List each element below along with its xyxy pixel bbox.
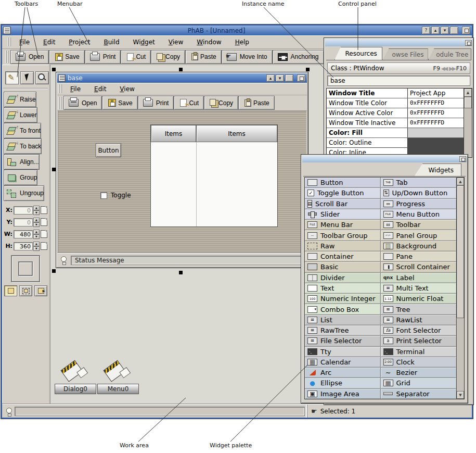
main-toolbar-button-save[interactable]: Save xyxy=(49,50,84,64)
base-menubar-grip[interactable] xyxy=(59,84,62,93)
help-button[interactable]: ? xyxy=(422,27,430,34)
tab-odule-tree[interactable]: odule Tree xyxy=(428,48,471,60)
main-toolbar-button-copy[interactable]: Copy xyxy=(151,50,185,64)
palette-item-button[interactable]: Button xyxy=(305,178,381,187)
spinner-up-icon[interactable]: ▲ xyxy=(33,218,40,222)
palette-item-numeric-integer[interactable]: 100Numeric Integer xyxy=(305,294,381,304)
palette-item-toolbar-group[interactable]: —Toolbar Group xyxy=(305,230,381,240)
widget-palette-titlebar[interactable] xyxy=(302,156,467,162)
spinner-up-icon[interactable]: ▲ xyxy=(33,242,40,246)
palette-item-tree[interactable]: ≡Tree xyxy=(381,304,457,314)
designed-toggle-widget[interactable]: Toggle xyxy=(100,192,131,199)
arrange-button-group[interactable]: Group xyxy=(4,170,37,185)
palette-item-ellipse[interactable]: ●Ellipse xyxy=(305,378,381,388)
tab-resources[interactable]: Resources xyxy=(335,47,382,60)
main-menu-view[interactable]: View xyxy=(162,37,190,47)
palette-item-tty[interactable]: ›_Tty xyxy=(305,347,381,357)
selection-handle[interactable] xyxy=(179,68,183,71)
spinner-down-icon[interactable]: ▼ xyxy=(33,234,40,239)
arrange-button-lower[interactable]: ↓Lower xyxy=(4,107,37,123)
base-module-window[interactable]: base ▴ ▾ FileEditView OpenSavePrintCutCo… xyxy=(56,72,308,268)
arrange-button-align[interactable]: Align... xyxy=(4,154,40,170)
palette-item-container[interactable]: Container xyxy=(305,251,381,261)
base-toolbar-grip[interactable] xyxy=(59,97,62,109)
list-body[interactable] xyxy=(151,142,277,227)
selection-handle[interactable] xyxy=(306,68,310,71)
base-close-button[interactable] xyxy=(297,74,305,82)
widget-palette-scrollbar[interactable]: ▲ ▼ xyxy=(456,178,464,399)
anchor-diagram[interactable] xyxy=(11,255,40,282)
main-menu-widget[interactable]: Widget xyxy=(126,37,162,47)
window-menu-button[interactable] xyxy=(3,27,11,34)
close-button[interactable] xyxy=(462,27,470,34)
palette-item-image-area[interactable]: ▣Image Area xyxy=(305,389,381,399)
resource-value[interactable]: 0xFFFFFFFD xyxy=(408,98,464,108)
toggle-checkbox[interactable] xyxy=(100,192,107,199)
scrollbar-thumb[interactable] xyxy=(457,185,464,318)
list-header-0[interactable]: Items xyxy=(151,125,196,142)
designed-list-widget[interactable]: ItemsItems xyxy=(150,124,278,227)
base-menu-file[interactable]: File xyxy=(63,84,87,94)
restore-button[interactable] xyxy=(450,27,458,34)
palette-item-background[interactable]: ▨Background xyxy=(381,241,457,251)
palette-item-menu-bar[interactable]: FILEMenu Bar xyxy=(305,220,381,230)
palette-item-combo-box[interactable]: ▾Combo Box xyxy=(305,304,381,314)
palette-item-progress[interactable]: ▬Progress xyxy=(381,199,457,209)
palette-item-rawtree[interactable]: ≡RawTree xyxy=(305,325,381,335)
maximize-button[interactable]: ▾ xyxy=(441,27,449,34)
palette-item-toggle-button[interactable]: ✓Toggle Button xyxy=(305,188,381,198)
palette-item-calendar[interactable]: ▦Calendar xyxy=(305,357,381,367)
base-window-menu-button[interactable] xyxy=(58,74,66,82)
base-toolbar-button-copy[interactable]: Copy xyxy=(204,96,238,110)
resource-value[interactable]: 0xFFFFFFFD xyxy=(408,118,464,128)
toolbar-grip[interactable] xyxy=(6,51,9,63)
main-toolbar-button-move-into[interactable]: Move Into xyxy=(222,50,273,64)
base-toolbar-button-open[interactable]: Open xyxy=(63,96,102,110)
spinner-down-icon[interactable]: ▼ xyxy=(33,210,40,215)
resource-value[interactable] xyxy=(408,138,464,147)
lock-icon[interactable] xyxy=(41,242,47,250)
coord-input-w[interactable]: 480 xyxy=(14,230,33,238)
palette-item-scroll-bar[interactable]: ▤Scroll Bar xyxy=(305,199,381,209)
palette-item-list[interactable]: ≡List xyxy=(305,315,381,325)
main-menu-help[interactable]: Help xyxy=(228,37,256,47)
scroll-up-icon[interactable]: ▲ xyxy=(457,178,464,185)
palette-item-print-selector[interactable]: aPrint Selector xyxy=(381,336,457,346)
palette-item-basic[interactable]: Basic xyxy=(305,262,381,272)
arrange-button-ungroup[interactable]: Ungroup xyxy=(4,185,44,201)
control-panel-titlebar[interactable] xyxy=(325,39,472,46)
spinner-down-icon[interactable]: ▼ xyxy=(33,246,40,251)
resource-value[interactable]: 0xFFFFFFFD xyxy=(408,108,464,118)
palette-item-file-selector[interactable]: ≡File Selector xyxy=(305,336,381,346)
selection-handle[interactable] xyxy=(52,269,56,273)
base-toolbar-button-print[interactable]: Print xyxy=(138,96,174,110)
palette-item-pane[interactable]: Pane xyxy=(381,251,457,261)
spinner-up-icon[interactable]: ▲ xyxy=(33,206,40,210)
base-titlebar[interactable]: base ▴ ▾ xyxy=(57,73,307,83)
palette-item-up-down-button[interactable]: ⇅Up/Down Button xyxy=(381,188,457,198)
palette-item-label[interactable]: qnxLabel xyxy=(381,273,457,283)
selection-handle[interactable] xyxy=(179,271,183,274)
coord-spinner-y[interactable]: ▲▼ xyxy=(33,218,40,227)
scrollbar-thumb[interactable] xyxy=(464,97,472,108)
control-panel-window-button[interactable] xyxy=(465,40,472,46)
coord-input-h[interactable]: 360 xyxy=(14,242,33,250)
palette-item-bezier[interactable]: ~Bezier xyxy=(381,368,457,378)
lock-icon[interactable] xyxy=(41,218,47,226)
resources-scrollbar[interactable]: ▲ xyxy=(464,89,472,157)
resource-value[interactable]: Project App xyxy=(408,89,464,98)
list-header-1[interactable]: Items xyxy=(196,125,277,142)
base-menu-edit[interactable]: Edit xyxy=(87,84,113,94)
palette-item-arc[interactable]: Arc xyxy=(305,368,381,378)
arrange-button-to-front[interactable]: ↑To front xyxy=(4,123,41,139)
base-toolbar-button-cut[interactable]: Cut xyxy=(174,96,204,110)
resource-value[interactable] xyxy=(408,128,464,137)
base-minimize-button[interactable]: ▴ xyxy=(266,74,275,82)
module-label-dialog0[interactable]: Dialog0 xyxy=(55,384,96,394)
palette-item-font-selector[interactable]: faFont Selector xyxy=(381,325,457,335)
main-toolbar-button-open[interactable]: Open xyxy=(10,50,49,64)
main-menu-file[interactable]: File xyxy=(12,37,36,47)
next-widget-icon[interactable]: ▶▶ xyxy=(449,66,455,71)
main-menu-project[interactable]: Project xyxy=(62,37,97,47)
spinner-down-icon[interactable]: ▼ xyxy=(33,222,40,227)
